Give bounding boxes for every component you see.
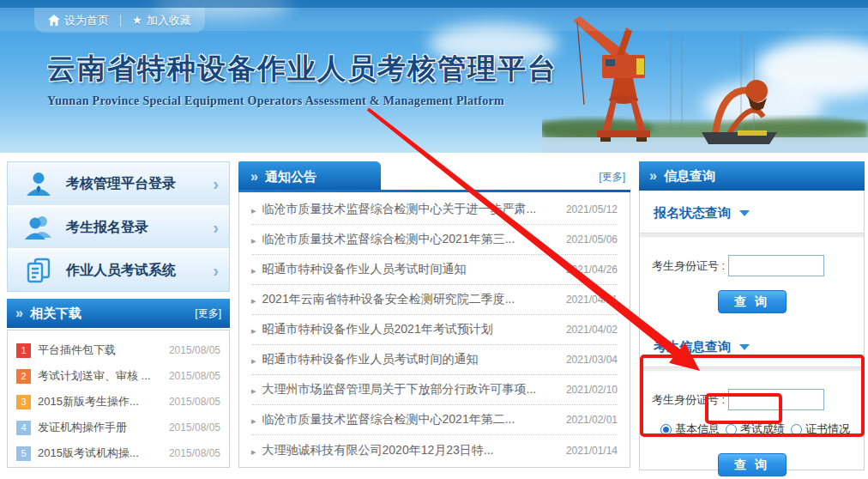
notice-list-item[interactable]: 临沧市质量技术监督综合检测中心关于进一步严肃... 2021/05/12 <box>251 195 618 225</box>
triangle-bullet-icon <box>251 232 262 247</box>
notices-section-header: 通知公告 [更多] <box>238 161 630 192</box>
download-date: 2015/08/05 <box>169 396 220 408</box>
status-id-number-input[interactable] <box>728 255 824 276</box>
info-id-number-input[interactable] <box>728 389 824 410</box>
download-list-item[interactable]: 4 发证机构操作手册 2015/08/05 <box>16 415 220 440</box>
download-title: 平台插件包下载 <box>38 343 169 358</box>
notice-list-item[interactable]: 临沧市质量技术监督综合检测中心2021年第三... 2021/05/06 <box>251 225 618 255</box>
home-icon <box>48 15 60 26</box>
triangle-bullet-icon <box>251 202 262 217</box>
notice-date: 2021/01/14 <box>566 445 618 457</box>
radio-icon[interactable] <box>660 424 672 435</box>
info-query-form-row: 考生身份证号 : <box>640 372 864 410</box>
query-panel: 报名状态查询 考生身份证号 : 查 询 考生信息查询 考生身份证号 : 基本信息 <box>639 191 865 470</box>
login-panel: 考核管理平台登录 考生报名登录 作业人员考试系统 <box>7 161 230 292</box>
query-section-header: 信息查询 <box>639 161 865 191</box>
notice-date: 2021/04/26 <box>566 264 618 276</box>
radio-icon[interactable] <box>726 424 737 435</box>
status-query-form-row: 考生身份证号 : <box>640 238 864 276</box>
chevron-right-icon <box>213 218 219 238</box>
rank-badge: 5 <box>16 446 31 461</box>
login-button-assessment-platform[interactable]: 考核管理平台登录 <box>8 162 229 205</box>
notice-list-item[interactable]: 昭通市特种设备作业人员考试时间的通知 2021/03/04 <box>251 345 618 375</box>
radio-option-label: 基本信息 <box>675 421 720 437</box>
notice-date: 2021/02/10 <box>566 384 618 396</box>
notice-date: 2021/04/21 <box>566 294 618 306</box>
notices-more-link[interactable]: [更多] <box>599 170 625 185</box>
notice-list-item[interactable]: 临沧市质量技术监督综合检测中心2021年第二... 2021/02/01 <box>251 405 618 435</box>
info-type-radio-option[interactable]: 证书情况 <box>791 421 850 437</box>
radio-icon[interactable] <box>791 424 802 435</box>
notice-list-item[interactable]: 2021年云南省特种设备安全检测研究院二季度... 2021/04/21 <box>251 285 618 315</box>
triangle-bullet-icon <box>251 443 262 458</box>
rank-badge: 1 <box>16 343 31 358</box>
download-date: 2015/08/05 <box>169 370 220 382</box>
notice-date: 2021/04/02 <box>566 324 618 336</box>
notice-list-item[interactable]: 大理州市场监督管理局关于下放部分行政许可事项... 2021/02/10 <box>251 375 618 405</box>
query-title: 信息查询 <box>664 168 715 185</box>
status-query-button[interactable]: 查 询 <box>718 290 787 313</box>
notice-date: 2021/02/01 <box>566 414 618 426</box>
candidate-info-query-label: 考生信息查询 <box>654 339 731 355</box>
notices-list: 临沧市质量技术监督综合检测中心关于进一步严肃... 2021/05/12 临沧市… <box>238 192 630 468</box>
top-strip <box>0 0 868 8</box>
info-type-radio-option[interactable]: 基本信息 <box>660 421 720 437</box>
info-type-radio-group: 基本信息 考试成绩 证书情况 <box>640 410 864 437</box>
rank-badge: 2 <box>16 369 31 384</box>
download-title: 2015新版考生操作... <box>38 394 169 409</box>
notice-title: 临沧市质量技术监督综合检测中心2021年第三... <box>262 232 558 247</box>
triangle-bullet-icon <box>251 382 262 397</box>
site-title: 云南省特种设备作业人员考核管理平台 <box>47 50 558 88</box>
downloads-more-link[interactable]: [更多] <box>195 306 221 321</box>
notices-tab[interactable]: 通知公告 <box>238 161 381 192</box>
triangle-bullet-icon <box>251 292 262 307</box>
candidate-info-query-toggle[interactable]: 考生信息查询 <box>640 313 864 367</box>
notice-title: 昭通市特种设备作业人员考试时间的通知 <box>262 352 558 367</box>
notice-date: 2021/03/04 <box>566 354 618 366</box>
chevron-down-icon <box>739 210 750 216</box>
double-chevron-icon <box>250 169 258 185</box>
notice-title: 大理州市场监督管理局关于下放部分行政许可事项... <box>262 382 558 397</box>
add-favorite-link[interactable]: 加入收藏 <box>132 13 191 28</box>
user-icon <box>25 170 52 197</box>
site-subtitle: Yunnan Province Special Equipment Operat… <box>47 94 558 108</box>
rank-badge: 4 <box>16 421 31 435</box>
chevron-right-icon <box>213 261 219 281</box>
notice-list-item[interactable]: 大理驰诚科技有限公司2020年12月23日特... 2021/01/14 <box>251 435 618 465</box>
info-query-button[interactable]: 查 询 <box>718 453 787 476</box>
notice-title: 2021年云南省特种设备安全检测研究院二季度... <box>262 292 558 307</box>
triangle-bullet-icon <box>251 322 262 337</box>
radio-option-label: 证书情况 <box>805 421 850 437</box>
set-homepage-label: 设为首页 <box>64 13 109 28</box>
info-type-radio-option[interactable]: 考试成绩 <box>726 421 785 437</box>
notice-list-item[interactable]: 昭通市特种设备作业人员2021年考试预计划 2021/04/02 <box>251 315 618 345</box>
notice-list-item[interactable]: 昭通市特种设备作业人员考试时间通知 2021/04/26 <box>251 255 618 285</box>
double-chevron-icon <box>15 306 23 321</box>
login-button-label: 考生报名登录 <box>66 219 213 237</box>
header-banner: 设为首页 加入收藏 云南省特种设备作业人员考核管理平台 Yunnan Provi… <box>0 0 868 153</box>
downloads-title: 相关下载 <box>30 306 81 322</box>
notice-date: 2021/05/06 <box>566 233 618 246</box>
add-favorite-label: 加入收藏 <box>147 13 191 28</box>
download-list-item[interactable]: 2 考试计划送审、审核 ... 2015/08/05 <box>16 363 220 389</box>
page: 设为首页 加入收藏 云南省特种设备作业人员考核管理平台 Yunnan Provi… <box>0 0 868 479</box>
notice-title: 大理驰诚科技有限公司2020年12月23日特... <box>262 443 558 458</box>
star-icon <box>132 14 142 27</box>
notice-date: 2021/05/12 <box>566 203 618 215</box>
registration-status-query-toggle[interactable]: 报名状态查询 <box>640 191 864 233</box>
notices-title: 通知公告 <box>265 169 316 185</box>
id-number-label: 考生身份证号 : <box>652 392 725 408</box>
set-homepage-link[interactable]: 设为首页 <box>48 13 109 28</box>
triangle-bullet-icon <box>251 412 262 427</box>
login-button-candidate-registration[interactable]: 考生报名登录 <box>8 205 229 248</box>
download-list-item[interactable]: 3 2015新版考生操作... 2015/08/05 <box>16 389 220 415</box>
id-number-label: 考生身份证号 : <box>652 258 725 274</box>
top-links-divider <box>120 15 121 27</box>
login-button-label: 考核管理平台登录 <box>66 175 213 193</box>
download-title: 考试计划送审、审核 ... <box>38 368 169 384</box>
top-links-tab: 设为首页 加入收藏 <box>34 8 205 33</box>
download-list-item[interactable]: 1 平台插件包下载 2015/08/05 <box>16 337 220 363</box>
login-button-label: 作业人员考试系统 <box>66 262 213 280</box>
login-button-exam-system[interactable]: 作业人员考试系统 <box>8 248 229 291</box>
download-list-item[interactable]: 5 2015版考试机构操... 2015/08/05 <box>16 440 220 466</box>
